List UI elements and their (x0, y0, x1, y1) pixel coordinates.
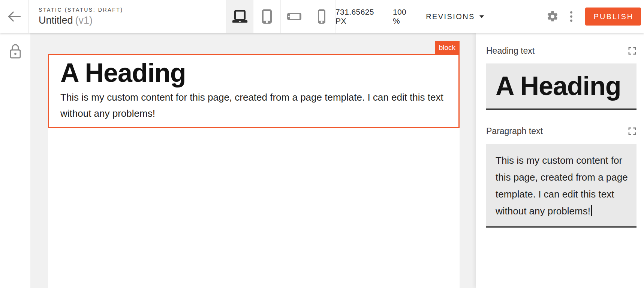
heading-expand-button[interactable] (628, 47, 637, 55)
phone-icon (317, 9, 326, 24)
device-phone-button[interactable] (308, 0, 335, 33)
kebab-menu-icon (570, 11, 572, 22)
block-type-tag: block (435, 41, 460, 54)
page-editor-app: STATIC (STATUS: DRAFT) Untitled(v1) (0, 0, 644, 288)
settings-button[interactable] (546, 10, 559, 23)
device-preview-group (226, 0, 335, 33)
top-toolbar: STATIC (STATUS: DRAFT) Untitled(v1) (0, 0, 644, 33)
paragraph-text-value: This is my custom content for this page,… (496, 155, 628, 217)
revisions-label: REVISIONS (426, 12, 475, 21)
heading-field-label: Heading text (486, 46, 535, 56)
chevron-down-icon (479, 15, 484, 18)
document-status-label: STATIC (STATUS: DRAFT) (39, 7, 123, 13)
lock-toggle-button[interactable] (8, 43, 23, 59)
more-options-button[interactable] (570, 11, 572, 22)
left-rail (0, 33, 30, 288)
device-tablet-portrait-button[interactable] (253, 0, 281, 33)
device-desktop-button[interactable] (226, 0, 253, 33)
document-version: (v1) (75, 15, 93, 26)
viewport-width-value: 731.65625 PX (335, 8, 387, 26)
zoom-level-value: 100 % (393, 8, 416, 26)
publish-button[interactable]: PUBLISH (585, 8, 641, 26)
paragraph-text-input[interactable]: This is my custom content for this page,… (486, 144, 637, 228)
document-title: Untitled(v1) (39, 15, 93, 26)
viewport-metrics: 731.65625 PX 100 % (335, 0, 416, 33)
fullscreen-icon (628, 47, 637, 55)
page-preview: A Heading This is my custom content for … (48, 54, 460, 288)
preview-paragraph: This is my custom content for this page,… (60, 89, 447, 122)
document-title-text: Untitled (39, 15, 73, 26)
text-cursor (591, 205, 592, 216)
document-title-area: STATIC (STATUS: DRAFT) Untitled(v1) (39, 0, 123, 33)
lock-icon (8, 43, 23, 59)
heading-field-header: Heading text (486, 46, 637, 56)
paragraph-expand-button[interactable] (628, 127, 637, 136)
arrow-left-icon (6, 8, 22, 25)
gear-icon (546, 10, 559, 23)
laptop-icon (232, 9, 248, 24)
preview-canvas: block A Heading This is my custom conten… (30, 33, 476, 288)
heading-text-value: A Heading (496, 71, 621, 101)
back-button[interactable] (0, 0, 29, 33)
revisions-area: REVISIONS (416, 0, 494, 33)
paragraph-field-group: Paragraph text This is my custom content… (486, 126, 637, 228)
toolbar-right-group: PUBLISH (494, 0, 644, 33)
revisions-dropdown[interactable]: REVISIONS (426, 12, 484, 21)
tablet-portrait-icon (261, 9, 273, 24)
edit-sidebar: Heading text A Heading Paragraph t (476, 33, 644, 288)
paragraph-field-label: Paragraph text (486, 126, 543, 136)
device-tablet-landscape-button[interactable] (281, 0, 308, 33)
paragraph-field-header: Paragraph text (486, 126, 637, 136)
tablet-landscape-icon (287, 12, 302, 21)
preview-heading: A Heading (60, 58, 447, 87)
heading-field-group: Heading text A Heading (486, 46, 637, 110)
selected-content-block[interactable]: A Heading This is my custom content for … (48, 54, 460, 128)
fullscreen-icon (628, 127, 637, 136)
main-area: block A Heading This is my custom conten… (0, 33, 644, 288)
heading-text-input[interactable]: A Heading (486, 63, 637, 110)
